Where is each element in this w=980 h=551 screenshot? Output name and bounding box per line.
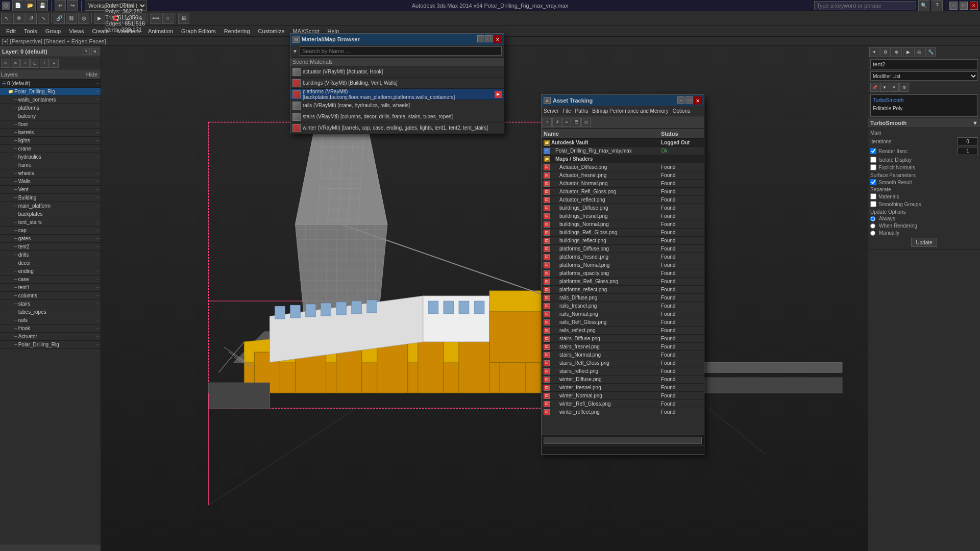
config-btn[interactable]: ⚙ [899,83,909,92]
layer-item[interactable]: ─crane··· [0,145,101,153]
asset-item[interactable]: 🖼 rails_Normal.png Found [542,310,704,318]
asset-item[interactable]: 🖼 stairs_reflect.png Found [542,367,704,375]
asset-list[interactable]: 📁 Autodesk Vault Logged Out F Polar_Dril… [542,139,704,435]
percent-btn[interactable]: % [134,13,145,24]
layer-item[interactable]: ─platforms··· [0,104,101,112]
layer-props-btn[interactable]: ≡ [50,59,59,68]
asset-item[interactable]: 🖼 rails_Diffuse.png Found [542,294,704,302]
smoothing-check[interactable] [870,201,876,207]
minimize-btn[interactable]: ─ [949,2,958,10]
layer-help-btn[interactable]: ? [83,48,90,55]
show-all-btn[interactable]: ≡ [890,83,899,92]
asset-item[interactable]: 🖼 Actuator_Refl_Gloss.png Found [542,188,704,196]
material-dialog-close[interactable]: ✕ [494,35,502,43]
asset-min-btn[interactable]: ─ [677,96,684,104]
utility-tab[interactable]: 🔧 [925,47,936,57]
layer-btn[interactable]: ⊞ [178,13,189,24]
maximize-btn[interactable]: □ [960,2,968,10]
asset-menu-file[interactable]: File [562,108,571,114]
layer-close-btn[interactable]: ✕ [91,48,99,55]
asset-item[interactable]: 📁 Maps / Shaders [542,155,704,163]
asset-dialog-close[interactable]: ✕ [694,96,702,105]
asset-help-btn[interactable]: ? [543,118,552,127]
layer-item[interactable]: ─ending··· [0,267,101,276]
asset-item[interactable]: 🖼 winter_reflect.png Found [542,408,704,416]
asset-item[interactable]: 🖼 Actuator_Diffuse.png Found [542,163,704,171]
angle-btn[interactable]: ∠ [122,13,133,24]
layer-item[interactable]: ─Hook··· [0,324,101,333]
asset-refresh-btn[interactable]: ↺ [552,118,561,127]
layer-item[interactable]: ─frame··· [0,161,101,169]
layer-list[interactable]: ☰0 (default)···📁Polar_Drilling_Rig···─wa… [0,80,101,544]
layer-item[interactable]: ─walls_containers··· [0,96,101,104]
editable-poly-modifier[interactable]: Editable Poly [872,104,976,112]
menu-views[interactable]: Views [65,26,88,37]
asset-item[interactable]: 🖼 stairs_Diffuse.png Found [542,335,704,343]
asset-item[interactable]: 🖼 rails_fresnel.png Found [542,302,704,310]
modifier-list-dropdown[interactable]: Modifier List [870,71,978,81]
asset-item[interactable]: 🖼 winter_fresnel.png Found [542,384,704,392]
asset-item[interactable]: 🖼 stairs_Normal.png Found [542,351,704,359]
manually-radio[interactable] [870,231,875,236]
asset-item[interactable]: 🖼 platforms_opacity.png Found [542,269,704,278]
material-item[interactable]: buildings (VRayMtl) [Building, Vent, Wal… [290,78,504,89]
asset-item[interactable]: 🖼 Actuator_Normal.png Found [542,180,704,188]
material-item[interactable]: rails (VRayMtl) [crane, hydraulics, rail… [290,100,504,111]
asset-item[interactable]: 🖼 buildings_Normal.png Found [542,220,704,229]
workspace-select[interactable]: Workspace: Default [85,1,147,11]
asset-item[interactable]: 🖼 platforms_Refl_Gloss.png Found [542,278,704,286]
layer-item[interactable]: ─tubes_ropes··· [0,308,101,316]
snap-btn[interactable]: 🧲 [110,13,121,24]
asset-item[interactable]: 🖼 rails_Refl_Gloss.png Found [542,318,704,327]
new-btn[interactable]: 📄 [12,0,23,11]
asset-item[interactable]: 🖼 buildings_Refl_Gloss.png Found [542,229,704,237]
material-item[interactable]: winter (VRayMtl) [barrels, cap, case, en… [290,122,504,134]
bind-btn[interactable]: ◎ [78,13,89,24]
asset-view1-btn[interactable]: ≡ [562,118,571,127]
layer-item[interactable]: ─cap··· [0,227,101,235]
asset-view3-btn[interactable]: ⊡ [581,118,591,127]
update-btn[interactable]: Update [911,238,937,247]
asset-menu-bitmap[interactable]: Bitmap Performance and Memory [592,108,669,114]
asset-view2-btn[interactable]: ☰ [572,118,581,127]
mirror-btn[interactable]: ⟺ [150,13,161,24]
menu-group[interactable]: Group [41,26,65,37]
asset-menu-server[interactable]: Server [544,108,558,114]
asset-item[interactable]: 🖼 platforms_Normal.png Found [542,261,704,269]
asset-item[interactable]: 🖼 stairs_Refl_Gloss.png Found [542,359,704,367]
asset-menu-options[interactable]: Options [673,108,690,114]
search-btn[interactable]: 🔍 [918,0,929,11]
material-item[interactable]: actuator (VRayMtl) [Actuator, Hook] [290,66,504,78]
layer-item[interactable]: ─tent2··· [0,243,101,251]
menu-animation[interactable]: Animation [144,26,177,37]
layer-del-btn[interactable]: ✕ [11,59,20,68]
layer-item[interactable]: ─columns··· [0,292,101,300]
render-iters-check[interactable] [870,148,876,154]
smooth-result-check[interactable] [870,179,876,185]
layer-highlight-btn[interactable]: ↑ [40,59,49,68]
asset-item[interactable]: 🖼 buildings_Diffuse.png Found [542,204,704,212]
menu-customize[interactable]: Customize [254,26,289,37]
layer-item[interactable]: ─wheels··· [0,169,101,178]
layer-item[interactable]: ─Polar_Drilling_Rig··· [0,341,101,349]
layer-item[interactable]: ─backplates··· [0,210,101,218]
material-search-input[interactable] [300,46,502,56]
layer-item[interactable]: ─stairs··· [0,300,101,308]
layer-item[interactable]: ─case··· [0,276,101,284]
close-btn[interactable]: ✕ [970,2,978,10]
menu-graph-editors[interactable]: Graph Editors [177,26,220,37]
layer-new-btn[interactable]: ⊕ [1,59,10,68]
asset-item[interactable]: F Polar_Drilling_Rig_max_vray.max Ok [542,147,704,155]
turbosmooth-header[interactable]: TurboSmooth ▼ [868,118,980,128]
isolate-check[interactable] [870,157,876,163]
menu-edit[interactable]: Edit [2,26,20,37]
layer-item[interactable]: 📁Polar_Drilling_Rig··· [0,88,101,96]
search-input[interactable] [814,1,916,10]
asset-item[interactable]: 🖼 winter_Diffuse.png Found [542,375,704,384]
asset-item[interactable]: 🖼 Actuator_reflect.png Found [542,196,704,204]
layer-item[interactable]: ─Walls··· [0,178,101,186]
menu-tools[interactable]: Tools [20,26,41,37]
menu-create[interactable]: Create [88,26,113,37]
menu-rendering[interactable]: Rendering [220,26,254,37]
layer-item[interactable]: ─rails··· [0,316,101,324]
